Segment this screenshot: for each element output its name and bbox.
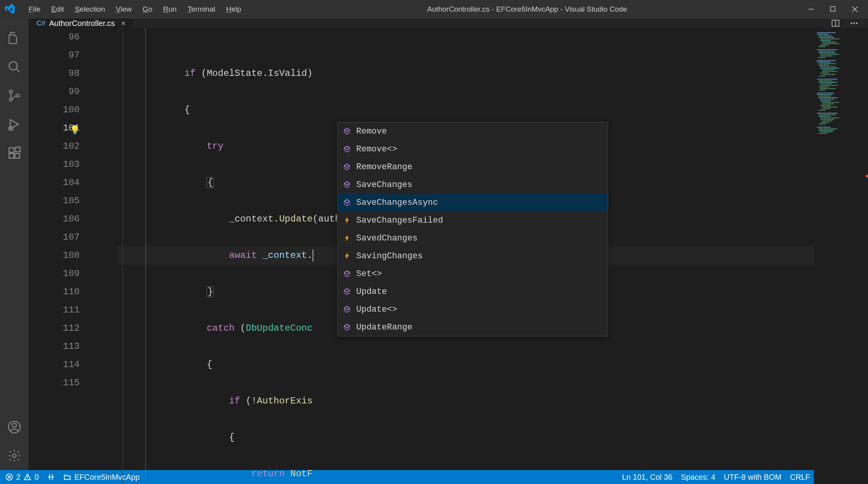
run-debug-icon[interactable] [0,110,29,139]
suggest-label: RemoveRange [356,158,412,176]
menu-bar: FFileile EditEdit SelectionSelection Vie… [23,3,247,16]
minimap[interactable]: ▆▆▆▆▆▆▆▆▆▆▆▆▆▆▆▆▆▆▆▆▆▆ ▆▆▆▆▆▆▆▆▆▆▆▆▆▆ ▆▆… [814,28,868,484]
suggest-label: UpdateRange [356,318,412,336]
svg-rect-9 [15,154,20,158]
settings-gear-icon[interactable] [0,441,29,470]
suggest-item[interactable]: SaveChangesAsync [338,194,608,211]
method-cube-icon [342,306,352,313]
menu-selection[interactable]: SelectionSelection [69,3,110,16]
menu-file[interactable]: FFileile [23,3,46,16]
menu-help[interactable]: HelpHelp [220,3,246,16]
title-bar: FFileile EditEdit SelectionSelection Vie… [0,0,868,19]
menu-run[interactable]: RunRun [158,3,182,16]
code-content[interactable]: 💡 if (ModelState.IsValid) { try { _conte… [94,28,814,484]
method-cube-icon [342,199,352,206]
suggest-item[interactable]: Remove [338,122,608,140]
svg-rect-8 [9,154,14,158]
minimize-button[interactable] [808,5,815,13]
suggest-item[interactable]: SaveChanges [338,176,608,194]
suggest-item[interactable]: Remove<> [338,140,608,158]
suggest-label: Update [356,283,387,301]
svg-point-2 [9,62,17,70]
menu-view[interactable]: ViewView [111,3,137,16]
suggest-item[interactable]: SavedChanges [338,229,608,247]
tab-authorcontroller[interactable]: C# AuthorController.cs × [29,19,134,28]
extensions-icon[interactable] [0,139,29,167]
close-button[interactable] [851,5,859,13]
suggest-item[interactable]: SavingChanges [338,247,608,265]
csharp-file-icon: C# [36,19,45,27]
line-number-gutter: 96 97 98 99 100 101 102 103 104 105 106 … [29,28,94,484]
svg-point-13 [13,454,16,458]
text-cursor [313,249,313,262]
svg-rect-10 [15,147,20,152]
lightbulb-icon[interactable]: 💡 [70,122,80,140]
suggest-item[interactable]: Update<> [338,300,608,318]
suggest-item[interactable]: SaveChangesFailed [338,211,608,229]
svg-rect-1 [830,7,835,11]
svg-point-12 [12,423,17,427]
window-title: AuthorController.cs - EFCore5InMvcApp - … [247,5,808,14]
more-actions-icon[interactable] [849,19,859,28]
intellisense-suggest[interactable]: RemoveRemove<>RemoveRangeSaveChangesSave… [337,122,608,336]
svg-point-4 [9,98,12,101]
suggest-label: SavedChanges [356,229,417,247]
vscode-logo-icon [5,4,15,15]
suggest-item[interactable]: UpdateRange [338,318,608,336]
suggest-item[interactable]: Update [338,283,608,300]
method-cube-icon [342,145,352,153]
svg-rect-7 [9,148,14,153]
menu-terminal[interactable]: TerminalTerminal [182,3,221,16]
tab-bar: C# AuthorController.cs × [29,19,868,28]
event-icon [342,252,352,260]
suggest-item[interactable]: Set<> [338,265,608,283]
svg-point-16 [853,22,855,24]
suggest-label: SaveChanges [356,176,412,194]
svg-point-3 [9,90,12,93]
svg-point-5 [16,94,19,97]
suggest-label: Remove [356,122,387,141]
search-icon[interactable] [0,53,29,81]
event-icon [342,216,352,224]
svg-point-15 [851,22,852,24]
suggest-label: Remove<> [356,140,397,158]
suggest-label: SaveChangesAsync [356,194,438,212]
method-cube-icon [342,163,352,171]
menu-go[interactable]: GoGo [137,3,157,16]
method-cube-icon [342,181,352,189]
accounts-icon[interactable] [0,413,29,441]
minimap-error-marker [866,175,868,177]
suggest-label: SaveChangesFailed [356,211,443,230]
svg-rect-0 [808,9,814,10]
method-cube-icon [342,288,352,295]
suggest-item[interactable]: RemoveRange [338,158,608,176]
method-cube-icon [342,270,352,278]
tab-label: AuthorController.cs [49,19,115,28]
menu-edit[interactable]: EditEdit [46,3,70,16]
window-controls [808,5,863,13]
activity-bar [0,19,29,470]
maximize-button[interactable] [829,5,837,13]
suggest-label: Set<> [356,265,382,283]
tab-close-icon[interactable]: × [121,19,126,28]
suggest-label: Update<> [356,300,397,319]
split-editor-icon[interactable] [831,19,840,28]
code-editor[interactable]: 96 97 98 99 100 101 102 103 104 105 106 … [29,28,868,484]
suggest-label: SavingChanges [356,247,423,265]
event-icon [342,234,352,242]
explorer-icon[interactable] [0,24,29,53]
method-cube-icon [342,127,352,135]
source-control-icon[interactable] [0,81,29,110]
svg-point-17 [856,22,858,24]
method-cube-icon [342,323,352,331]
